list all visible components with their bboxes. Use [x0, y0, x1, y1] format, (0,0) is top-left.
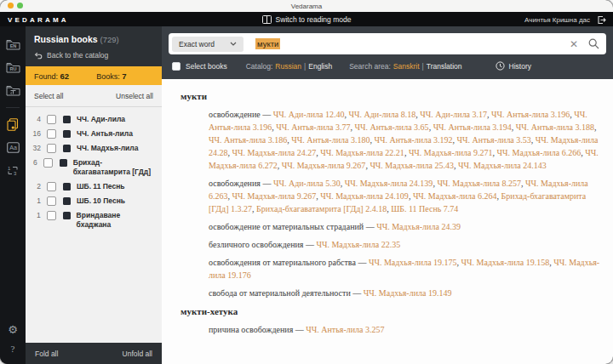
reference-link[interactable]: ЧЧ. Ади-лила 5.30 [273, 179, 341, 188]
area-translation-option[interactable]: Translation [427, 62, 462, 71]
book-list-item[interactable]: 6Брихад-бхагаватамрита [ГДд] [26, 156, 162, 179]
entry-meaning: освобождение [209, 110, 261, 119]
reference-link[interactable]: ЧЧ. Мадхья-лила 6.266 [497, 148, 581, 157]
catalog-russian-folder[interactable]: RU [5, 61, 20, 74]
icon-rail: EN RU [0, 26, 26, 364]
svg-text:RU: RU [9, 66, 16, 71]
reference-link[interactable]: ЧЧ. Мадхья-лила 24.27 [232, 148, 317, 157]
reference-link[interactable]: Брихад-бхагаватамрита [ГДд] 2.4.18 [256, 204, 387, 213]
switch-reading-mode-button[interactable]: Switch to reading mode [0, 15, 613, 24]
book-match-count: 16 [26, 129, 41, 139]
catalog-english-option[interactable]: English [308, 62, 332, 71]
reference-link[interactable]: ЧЧ. Антья-лила 3.196 [491, 110, 570, 119]
minimize-button[interactable] [8, 3, 14, 9]
entry-meaning: освобождения от материального рабства [209, 258, 356, 267]
book-list-item[interactable]: 1Вриндаване бхаджана [26, 208, 162, 232]
select-books-checkbox[interactable]: Select books [172, 62, 227, 71]
reference-link[interactable]: ЧЧ. Антья-лила 3.53 [457, 135, 531, 145]
reference-link[interactable]: ЧЧ. Ади-лила 3.17 [420, 110, 487, 119]
catalog-russian-option[interactable]: Russian [275, 62, 301, 71]
user-name[interactable]: Ачинтья Кришна дас [524, 16, 590, 24]
window-title: Vedarama [0, 3, 613, 10]
reference-link[interactable]: ЧЧ. Антья-лила 3.186 [209, 135, 287, 145]
reference-link[interactable]: ЧЧ. Мадхья-лила 24.109 [320, 191, 409, 201]
verse-numbers-icon[interactable]: 1 3 [5, 164, 20, 177]
history-button[interactable]: History [496, 61, 531, 71]
book-list-item[interactable]: 32ЧЧ. Мадхья-лила [26, 141, 162, 156]
book-checkbox[interactable] [47, 129, 56, 139]
result-group: муктиосвобождение — ЧЧ. Ади-лила 12.40, … [180, 89, 601, 299]
reference-link[interactable]: ЧЧ. Мадхья-лила 9.267 [232, 191, 317, 201]
reference-link[interactable]: ЧЧ. Мадхья-лила 9.271 [409, 148, 493, 157]
book-list-item[interactable]: 16ЧЧ. Антья-лила [26, 127, 162, 141]
logout-icon[interactable] [597, 15, 606, 25]
reference-link[interactable]: ЧЧ. Антья-лила 3.65 [354, 122, 428, 132]
book-checkbox[interactable] [47, 196, 56, 206]
dictionary-icon[interactable]: Aa [5, 141, 20, 154]
reference-link[interactable]: ЧЧ. Антья-лила 3.192 [374, 135, 452, 145]
entry-meaning: освобождения [209, 179, 261, 188]
book-checkbox[interactable] [43, 158, 53, 168]
book-title: Вриндаване бхаджана [77, 211, 155, 230]
reference-link[interactable]: ЧЧ. Антья-лила 3.180 [291, 135, 370, 145]
catalog-count: (729) [100, 35, 119, 44]
entry-meaning: свобода от материальной деятельности [209, 288, 351, 298]
zoom-button[interactable] [17, 3, 23, 9]
reference-link[interactable]: ЧЧ. Мадхья-лила 24.139 [345, 179, 433, 188]
reference-link[interactable]: ЧЧ. Мадхья-лила 19.149 [364, 288, 452, 298]
sidebar-footer: Fold all Unfold all [26, 343, 162, 364]
comma-separator: , [594, 122, 597, 132]
help-icon[interactable]: ? [11, 344, 15, 354]
book-title: ЧЧ. Ади-лила [77, 115, 125, 124]
catalog-english-folder[interactable]: EN [5, 38, 20, 51]
area-sanskrit-option[interactable]: Sanskrit [393, 62, 420, 71]
search-results-panel-icon[interactable] [5, 118, 20, 131]
search-input[interactable]: мукти [255, 39, 570, 48]
dash-separator: — [356, 258, 369, 267]
svg-text:EN: EN [9, 43, 16, 48]
book-list-item[interactable]: 1ШБ. 10 Песнь [26, 194, 162, 208]
book-color-icon [63, 197, 71, 205]
back-to-catalog-link[interactable]: Back to the catalog [34, 51, 153, 60]
search-mode-dropdown[interactable]: Exact word [172, 37, 243, 52]
reference-link[interactable]: ЧЧ. Мадхья-лила 25.43 [370, 161, 454, 170]
reference-link[interactable]: ШБ. 11 Песнь 7.74 [391, 204, 458, 213]
reference-link[interactable]: ЧЧ. Мадхья-лила 24.143 [458, 161, 547, 170]
catalog-sanskrit-folder[interactable] [5, 84, 20, 97]
reference-link[interactable]: ЧЧ. Мадхья-лила 22.35 [316, 240, 400, 249]
book-list-item[interactable]: 4ЧЧ. Ади-лила [26, 112, 162, 127]
book-title: ШБ. 10 Песнь [77, 196, 125, 206]
reference-link[interactable]: ЧЧ. Антья-лила 3.257 [306, 325, 384, 334]
reference-link[interactable]: ЧЧ. Антья-лила 3.194 [433, 122, 512, 132]
result-headword: мукти [180, 89, 601, 103]
reference-link[interactable]: ЧЧ. Ади-лила 8.18 [349, 110, 416, 119]
reference-link[interactable]: ЧЧ. Мадхья-лила 6.264 [413, 191, 497, 201]
window-controls[interactable] [8, 3, 23, 9]
reference-link[interactable]: ЧЧ. Мадхья-лила 24.39 [376, 222, 461, 231]
search-zone: Exact word мукти ✕ [162, 26, 613, 79]
reference-link[interactable]: ЧЧ. Ади-лила 12.40 [273, 110, 345, 119]
select-all-link[interactable]: Select all [34, 92, 64, 100]
fold-all-link[interactable]: Fold all [35, 350, 58, 358]
book-list-item[interactable]: 2ШБ. 11 Песнь [26, 179, 162, 194]
reference-link[interactable]: ЧЧ. Антья-лила 3.188 [516, 122, 594, 132]
reference-link[interactable]: ЧЧ. Мадхья-лила 8.257 [437, 179, 521, 188]
book-checkbox[interactable] [47, 211, 56, 220]
result-entry: причина освобождения — ЧЧ. Антья-лила 3.… [209, 323, 601, 336]
book-checkbox[interactable] [47, 144, 56, 153]
settings-gear-icon[interactable]: ⚙ [8, 324, 18, 335]
reference-link[interactable]: ЧЧ. Антья-лила 3.77 [276, 122, 350, 132]
clear-search-icon[interactable]: ✕ [570, 39, 578, 49]
unfold-all-link[interactable]: Unfold all [123, 350, 152, 358]
book-checkbox[interactable] [47, 115, 56, 124]
book-checkbox[interactable] [47, 182, 56, 191]
reference-link[interactable]: ЧЧ. Мадхья-лила 9.267 [282, 161, 366, 170]
unselect-all-link[interactable]: Unselect all [116, 92, 153, 100]
reference-link[interactable]: ЧЧ. Мадхья-лила 19.175 [369, 258, 457, 267]
reference-link[interactable]: ЧЧ. Мадхья-лила 19.158 [461, 258, 550, 267]
search-icon[interactable] [588, 38, 599, 49]
dash-separator: — [261, 110, 273, 119]
book-title: ЧЧ. Мадхья-лила [77, 144, 138, 153]
search-options-row: Select books Catalog: Russian | English … [169, 61, 606, 71]
reference-link[interactable]: ЧЧ. Мадхья-лила 22.21 [320, 148, 404, 157]
